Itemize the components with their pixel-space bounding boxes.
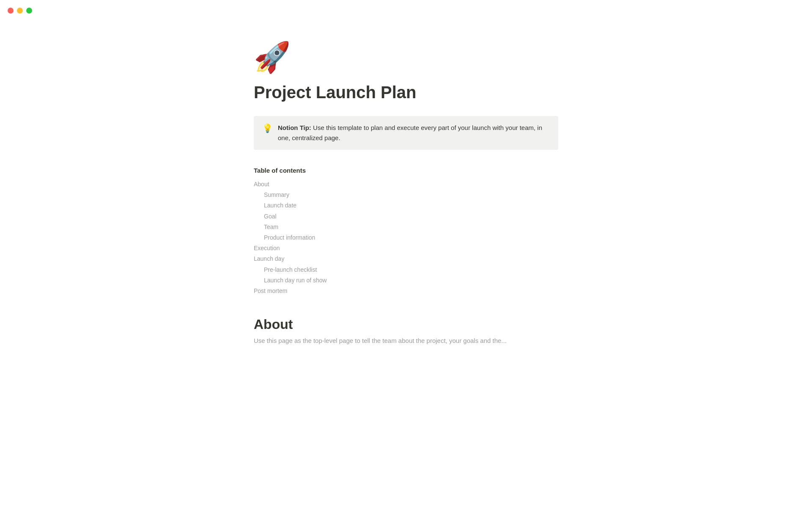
traffic-lights bbox=[8, 8, 32, 14]
toc-item-product-information[interactable]: Product information bbox=[254, 232, 558, 243]
toc-heading: Table of contents bbox=[254, 167, 558, 174]
about-body-preview: Use this page as the top-level page to t… bbox=[254, 336, 558, 346]
callout-icon: 💡 bbox=[262, 123, 273, 133]
page-icon[interactable]: 🚀 bbox=[254, 42, 558, 72]
callout-block: 💡 Notion Tip: Use this template to plan … bbox=[254, 116, 558, 150]
maximize-button[interactable] bbox=[26, 8, 32, 14]
toc-item-launch-date[interactable]: Launch date bbox=[254, 200, 558, 211]
about-heading: About bbox=[254, 317, 558, 332]
table-of-contents: Table of contents About Summary Launch d… bbox=[254, 167, 558, 296]
toc-item-goal[interactable]: Goal bbox=[254, 211, 558, 222]
toc-item-launch-day-run-of-show[interactable]: Launch day run of show bbox=[254, 275, 558, 286]
toc-item-team[interactable]: Team bbox=[254, 222, 558, 232]
main-content: 🚀 Project Launch Plan 💡 Notion Tip: Use … bbox=[254, 0, 558, 380]
toc-item-launch-day[interactable]: Launch day bbox=[254, 254, 558, 264]
close-button[interactable] bbox=[8, 8, 14, 14]
toc-item-execution[interactable]: Execution bbox=[254, 243, 558, 254]
callout-prefix: Notion Tip: bbox=[278, 124, 311, 131]
callout-body: Use this template to plan and execute ev… bbox=[278, 124, 542, 141]
toc-item-post-mortem[interactable]: Post mortem bbox=[254, 286, 558, 296]
toc-item-about[interactable]: About bbox=[254, 179, 558, 190]
callout-text: Notion Tip: Use this template to plan an… bbox=[278, 123, 550, 143]
toc-item-pre-launch-checklist[interactable]: Pre-launch checklist bbox=[254, 265, 558, 275]
toc-item-summary[interactable]: Summary bbox=[254, 190, 558, 200]
page-title: Project Launch Plan bbox=[254, 82, 558, 102]
about-section: About Use this page as the top-level pag… bbox=[254, 317, 558, 346]
minimize-button[interactable] bbox=[17, 8, 23, 14]
